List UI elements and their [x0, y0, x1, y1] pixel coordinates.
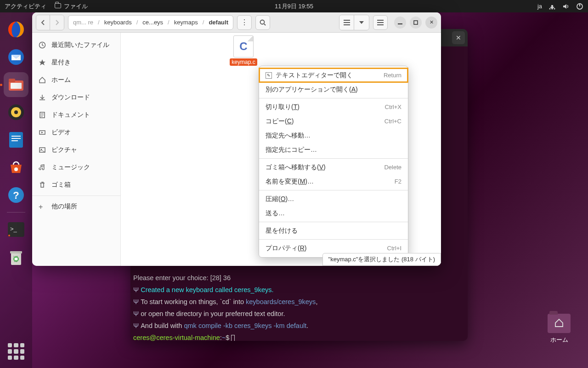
svg-point-26	[260, 20, 265, 24]
svg-rect-27	[344, 20, 350, 21]
text-editor-icon: ✎	[266, 72, 272, 79]
files-window: qm... re/ keyboards/ ce...eys/ keymaps/ …	[32, 12, 441, 266]
svg-rect-14	[11, 136, 21, 137]
home-folder-icon	[548, 314, 571, 333]
svg-point-0	[549, 8, 551, 9]
view-list-button[interactable]	[339, 15, 354, 30]
c-file-icon: C	[233, 35, 254, 58]
current-app[interactable]: ファイル	[55, 2, 88, 11]
files-headerbar: qm... re/ keyboards/ ce...eys/ keymaps/ …	[32, 12, 441, 33]
close-button[interactable]: ✕	[425, 17, 437, 29]
sidebar-videos[interactable]: ビデオ	[32, 124, 120, 141]
context-menu: ✎ テキストエディターで開く Return 別のアプリケーションで開く(A) 切…	[259, 66, 408, 258]
svg-rect-8	[9, 79, 15, 82]
view-options-button[interactable]	[354, 15, 369, 30]
dock-writer[interactable]	[4, 127, 28, 152]
dock-terminal[interactable]: >_	[4, 217, 28, 242]
maximize-button[interactable]	[410, 17, 422, 29]
sidebar-recent[interactable]: 最近開いたファイル	[32, 36, 120, 54]
sidebar-downloads[interactable]: ダウンロード	[32, 89, 120, 106]
sidebar-music[interactable]: ミュージック	[32, 159, 120, 176]
folder-icon	[55, 3, 61, 8]
forward-button[interactable]	[50, 15, 64, 30]
ctx-open-with[interactable]: 別のアプリケーションで開く(A)	[259, 82, 408, 97]
ctx-rename[interactable]: 名前を変更(M)…F2	[259, 174, 408, 189]
ctx-open-text-editor[interactable]: ✎ テキストエディターで開く Return	[259, 68, 408, 82]
ctx-star[interactable]: 星を付ける	[259, 224, 408, 238]
svg-point-2	[554, 8, 555, 9]
svg-rect-9	[11, 83, 22, 89]
power-icon[interactable]	[576, 3, 583, 10]
bc-keyboards[interactable]: keyboards	[100, 16, 136, 29]
svg-rect-32	[377, 24, 384, 25]
activities-button[interactable]: アクティビティ	[5, 2, 46, 11]
bc-root[interactable]: qm... re	[68, 16, 98, 29]
path-menu-button[interactable]: ⋮	[237, 15, 252, 30]
desktop-home-label: ホーム	[550, 336, 568, 343]
dock-thunderbird[interactable]	[4, 45, 28, 69]
bc-default[interactable]: default	[204, 16, 233, 29]
svg-rect-30	[377, 20, 384, 21]
svg-text:>_: >_	[10, 225, 17, 232]
status-bar: "keymap.c"を選択しました (818 バイト)	[322, 253, 441, 266]
svg-point-22	[8, 235, 10, 236]
svg-rect-16	[11, 140, 18, 141]
dock-firefox[interactable]	[4, 17, 28, 42]
ctx-copy-to[interactable]: 指定先にコピー…	[259, 143, 408, 157]
ctx-cut[interactable]: 切り取り(T)Ctrl+X	[259, 100, 408, 114]
sidebar: 最近開いたファイル 星付き ホーム ダウンロード ドキュメント ビデオ ピクチャ…	[32, 33, 121, 266]
minimize-button[interactable]	[394, 17, 406, 29]
ctx-copy[interactable]: コピー(C)Ctrl+C	[259, 114, 408, 128]
dock-rhythmbox[interactable]	[4, 100, 28, 125]
bc-ceres[interactable]: ce...eys	[138, 16, 168, 29]
ctx-send-to[interactable]: 送る…	[259, 206, 408, 220]
svg-rect-13	[9, 132, 23, 148]
svg-rect-33	[398, 23, 402, 24]
dock: ? >_	[0, 12, 32, 368]
svg-point-1	[552, 8, 553, 9]
hamburger-menu[interactable]	[373, 15, 388, 30]
sidebar-pictures[interactable]: ピクチャ	[32, 141, 120, 159]
breadcrumb[interactable]: qm... re/ keyboards/ ce...eys/ keymaps/ …	[68, 15, 233, 30]
sidebar-home[interactable]: ホーム	[32, 71, 120, 89]
svg-rect-29	[344, 24, 350, 25]
sidebar-starred[interactable]: 星付き	[32, 54, 120, 71]
svg-rect-24	[10, 251, 22, 253]
dock-software[interactable]	[4, 155, 28, 180]
bc-keymaps[interactable]: keymaps	[170, 16, 203, 29]
ctx-move-to[interactable]: 指定先へ移動…	[259, 128, 408, 143]
sidebar-documents[interactable]: ドキュメント	[32, 106, 120, 124]
top-panel: アクティビティ ファイル 11月9日 19:55 ja	[0, 0, 588, 12]
files-content[interactable]: C keymap.c ✎ テキストエディターで開く Return 別のアプリケー…	[121, 33, 441, 266]
svg-rect-15	[11, 138, 21, 139]
desktop-home-folder[interactable]: ホーム	[548, 314, 571, 344]
ctx-compress[interactable]: 圧縮(O)…	[259, 192, 408, 206]
terminal-close-button[interactable]: ✕	[452, 31, 465, 44]
clock[interactable]: 11月9日 19:55	[275, 2, 313, 11]
svg-rect-28	[344, 22, 350, 23]
back-button[interactable]	[36, 15, 50, 30]
svg-rect-31	[377, 22, 384, 23]
ctx-trash[interactable]: ゴミ箱へ移動する(V)Delete	[259, 160, 408, 174]
file-label: keymap.c	[230, 58, 257, 66]
volume-icon[interactable]	[562, 3, 570, 10]
dock-separator	[7, 212, 25, 213]
dock-help[interactable]: ?	[4, 183, 28, 207]
svg-text:?: ?	[13, 190, 19, 201]
sidebar-other-places[interactable]: +他の場所	[32, 198, 120, 215]
svg-point-17	[14, 167, 18, 171]
input-language[interactable]: ja	[537, 3, 542, 10]
dock-trash[interactable]	[4, 245, 28, 270]
search-button[interactable]	[255, 15, 270, 30]
svg-rect-34	[414, 21, 418, 24]
svg-point-12	[14, 110, 18, 114]
svg-rect-4	[579, 3, 580, 6]
file-keymap-c[interactable]: C keymap.c	[229, 35, 258, 66]
sidebar-trash[interactable]: ゴミ箱	[32, 176, 120, 194]
network-icon[interactable]	[548, 3, 556, 10]
show-applications[interactable]	[8, 343, 24, 360]
dock-files[interactable]	[4, 72, 28, 97]
